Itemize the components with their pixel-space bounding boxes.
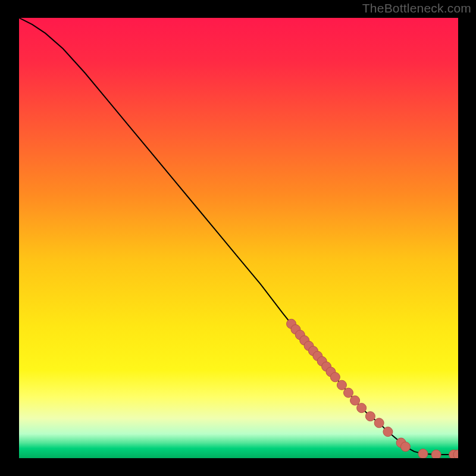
marker-dot [431, 450, 441, 458]
marker-dot [418, 449, 428, 458]
marker-dot [365, 412, 375, 421]
gradient-background [19, 18, 458, 458]
marker-dot [357, 403, 367, 413]
marker-dot [400, 442, 410, 452]
watermark-text: TheBottleneck.com [362, 1, 471, 15]
chart-frame: TheBottleneck.com [0, 0, 476, 476]
chart-svg [19, 18, 458, 458]
marker-dot [383, 427, 393, 437]
marker-dot [330, 372, 340, 382]
marker-dot [344, 388, 353, 397]
marker-dot [350, 396, 360, 405]
marker-dot [337, 380, 346, 390]
marker-dot [374, 418, 384, 428]
plot-area [19, 18, 458, 458]
